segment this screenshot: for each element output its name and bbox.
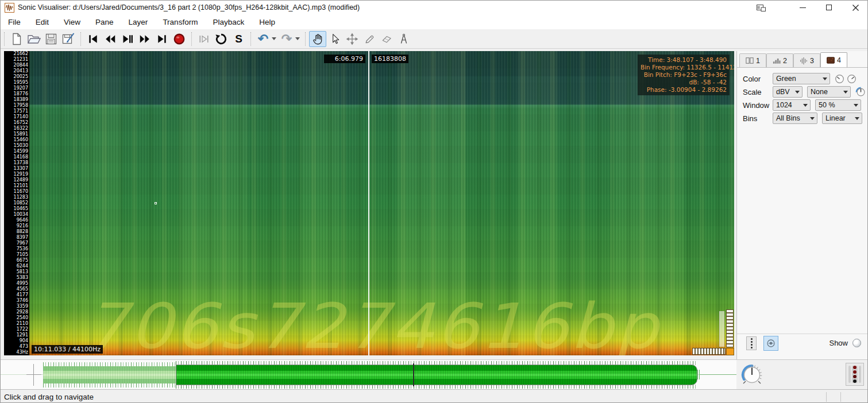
color-intensity-bar [719,311,724,347]
redo-menu-caret[interactable] [295,37,300,40]
bin-scale-select[interactable]: Linear [822,113,862,124]
color-select[interactable]: Green [773,73,830,84]
undo-button[interactable]: ↶ [254,31,272,47]
bins-row: Bins All Bins Linear [743,113,867,124]
edit-tool-button[interactable] [344,31,361,47]
rewind-to-start-button[interactable] [84,31,102,47]
fader-dots-icon [751,341,753,343]
frequency-tick-label: 7105 [4,252,29,258]
frequency-tick-label: 10034 [4,212,29,218]
play-pause-icon [121,34,134,44]
menu-item[interactable]: Edit [28,14,56,29]
menu-item[interactable]: File [1,14,28,29]
menu-item[interactable]: View [56,14,88,29]
close-button[interactable] [842,1,868,14]
tab-1[interactable]: 1 [739,53,766,67]
pane-tabs: 1 2 3 4 [739,52,847,67]
scale-select[interactable]: dBV [773,86,803,98]
overview-view-rectangle[interactable] [176,365,697,385]
frequency-tick-label: 473 [4,344,29,350]
frequency-tick-label: 8397 [4,235,29,241]
playback-controls-zone [736,359,868,389]
toolbar-separator [250,32,251,46]
play-selection-button[interactable] [195,31,213,47]
menu-item[interactable]: Layer [121,14,156,29]
eraser-icon [381,33,392,45]
play-pause-button[interactable] [119,31,136,47]
frequency-tick-label: 19207 [4,86,29,91]
keyboard-layout-icon[interactable] [754,1,769,14]
rewind-button[interactable] [102,31,119,47]
tab-3[interactable]: 3 [793,53,820,67]
tab-2[interactable]: 2 [766,53,793,67]
skip-to-end-button[interactable] [153,31,171,47]
toolbar: S ↶ ↷ [1,29,868,49]
toolbar-separator [4,32,5,46]
move-cross-icon [346,33,358,45]
layer-eye-button[interactable] [763,336,778,351]
tab-label: 2 [783,57,787,65]
export-file-button[interactable] [60,31,77,47]
redo-icon: ↷ [281,33,292,45]
save-as-icon [62,33,75,45]
frequency-tick-label: 19595 [4,80,29,86]
undo-menu-caret[interactable] [272,37,276,40]
record-button[interactable] [171,31,188,47]
frequency-tick-label: 14168 [4,154,29,160]
frequency-tick-label: 12919 [4,172,29,177]
cursor-time-label: 6:06.979 [324,55,365,63]
main-area: 2166221231208442041320025195951920718776… [1,51,868,359]
chevron-down-icon [843,91,848,94]
redo-button[interactable]: ↷ [278,31,295,47]
frequency-tick-label: 20025 [4,74,29,80]
rotation-knob[interactable] [855,87,866,98]
measure-tool-button[interactable] [395,31,412,47]
histogram-icon [773,57,781,64]
zoom-corner-handle[interactable] [726,348,734,355]
menu-item[interactable]: Transform [155,14,205,29]
open-file-button[interactable] [25,31,43,47]
minimize-button[interactable] [789,1,816,14]
loop-playback-button[interactable] [213,31,230,47]
toolbar-overflow-fader-icon[interactable] [846,363,864,386]
draw-tool-button[interactable] [361,31,378,47]
color-min-knob[interactable] [835,74,844,84]
new-file-button[interactable] [8,31,25,47]
window-overlap-select[interactable]: 50 % [815,99,861,111]
show-toggle-led[interactable] [852,339,861,347]
window-size-select[interactable]: 1024 [773,99,811,111]
frequency-tick-label: 18389 [4,97,29,103]
playback-speed-knob[interactable] [739,362,765,388]
pencil-icon [364,33,375,45]
maximize-button[interactable] [816,1,842,14]
bins-select[interactable]: All Bins [773,113,817,124]
frequency-scale[interactable]: 2166221231208442041320025195951920718776… [4,51,29,355]
fast-forward-button[interactable] [136,31,153,47]
overview-pane[interactable] [1,359,736,389]
erase-tool-button[interactable] [378,31,395,47]
vertical-zoom-ladder[interactable] [726,309,734,347]
playback-fader-button[interactable] [746,336,757,350]
solo-button[interactable]: S [230,31,247,47]
waveform-icon [800,57,808,65]
color-max-knob[interactable] [847,74,857,84]
select-tool-button[interactable] [326,31,344,47]
frequency-tick-label: 17140 [4,114,29,120]
navigate-tool-button[interactable] [309,31,326,47]
frequency-tick-label: 1722 [4,327,29,332]
scale-select-value: dBV [776,88,790,96]
overview-playback-cursor[interactable] [413,363,414,386]
normalization-select[interactable]: None [807,86,851,98]
menu-item[interactable]: Help [252,14,283,29]
menu-item[interactable]: Playback [205,14,252,29]
tab-4-active[interactable]: 4 [820,52,847,67]
menu-item[interactable]: Pane [88,14,121,29]
window-row: Window 1024 50 % [743,99,866,111]
color-row: Color Green [743,73,859,84]
spectrogram-pane[interactable]: 706s7274616bp 6:06.979 16183808 10:11.03… [29,51,734,355]
menubar: FileEditViewPaneLayerTransformPlaybackHe… [1,14,868,29]
save-file-button[interactable] [43,31,60,47]
frequency-tick-label: 43Hz [4,350,29,355]
horizontal-zoom-ladder[interactable] [692,348,726,355]
frequency-tick-label: 9646 [4,218,29,223]
